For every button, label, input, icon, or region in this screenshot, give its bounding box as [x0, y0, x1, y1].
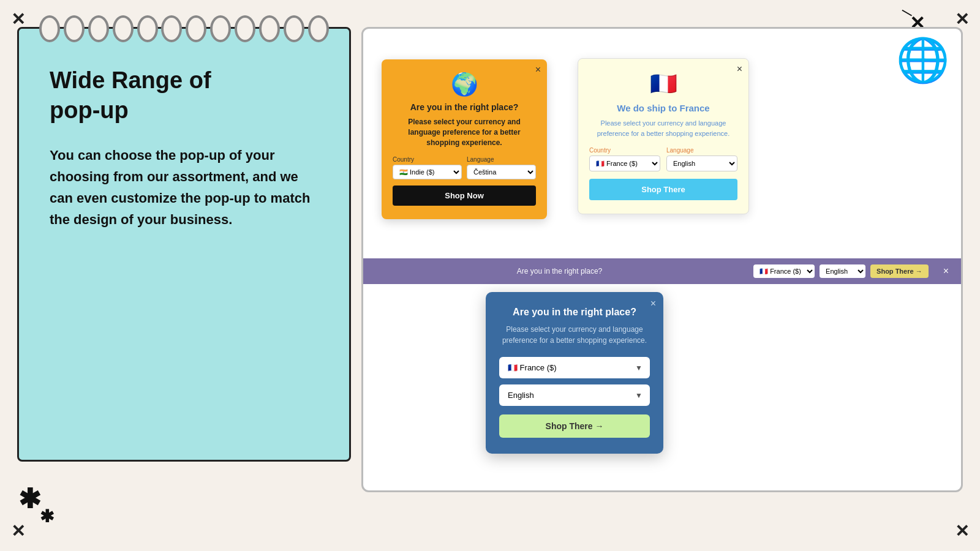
banner-language-select[interactable]: English Français: [820, 264, 865, 278]
popup-blue-language-select[interactable]: English Français Čeština: [499, 384, 650, 406]
popup-cream-title: We do ship to France: [589, 103, 737, 113]
ring-3: [88, 15, 109, 42]
notepad-panel: Wide Range of pop-up You can choose the …: [17, 27, 351, 462]
asterisk-decoration-bl2: ✱: [40, 506, 54, 527]
popup-blue-subtitle: Please select your currency and language…: [499, 324, 650, 346]
popup-cream-close[interactable]: ×: [737, 64, 742, 75]
popup-cream-language-select[interactable]: English Français Čeština: [666, 156, 737, 171]
ring-5: [137, 15, 158, 42]
popup-orange-country-label: Country: [393, 156, 462, 163]
popup-blue-country-select[interactable]: 🇫🇷 France ($) 🇺🇸 USD ($) 🇮🇳 India ($): [499, 357, 650, 378]
asterisk-decoration-bl: ✱: [18, 483, 41, 514]
banner-country-select[interactable]: 🇫🇷 France ($) 🇺🇸 USD ($): [753, 264, 815, 278]
popup-orange-language-group: Language Čeština English Français: [467, 156, 536, 179]
popup-cream-subtitle: Please select your currency and language…: [589, 118, 737, 138]
popup-cream-language-group: Language English Français Čeština: [666, 147, 737, 171]
popup-blue-country-wrapper: 🇫🇷 France ($) 🇺🇸 USD ($) 🇮🇳 India ($) ▼: [499, 357, 650, 378]
ring-4: [113, 15, 134, 42]
popup-orange-country-group: Country 🇮🇳 Indie ($) 🇫🇷 France ($) 🇺🇸 US…: [393, 156, 462, 179]
ring-9: [235, 15, 255, 42]
spiral-rings: [19, 15, 349, 42]
popup-cream-language-label: Language: [666, 147, 737, 154]
popup-orange-language-label: Language: [467, 156, 536, 163]
popup-orange-language-select[interactable]: Čeština English Français: [467, 165, 536, 179]
popup-cream-flag: 🇫🇷: [589, 71, 737, 97]
ring-7: [186, 15, 206, 42]
main-panel: 🌐 × 🌍 Are you in the right place? Please…: [361, 27, 963, 492]
banner-cta[interactable]: Shop There →: [870, 264, 929, 278]
banner-controls: 🇫🇷 France ($) 🇺🇸 USD ($) English Françai…: [753, 264, 929, 278]
popup-blue-title: Are you in the right place?: [499, 307, 650, 318]
popup-orange-title: Are you in the right place?: [393, 102, 536, 112]
globe-decoration: 🌐: [896, 39, 951, 94]
popup-blue-language-wrapper: English Français Čeština ▼: [499, 384, 650, 406]
corner-decoration-tr: ✕: [955, 11, 969, 28]
popup-orange: × 🌍 Are you in the right place? Please s…: [382, 59, 547, 219]
popup-blue: × Are you in the right place? Please sel…: [486, 292, 663, 454]
ring-2: [64, 15, 85, 42]
popup-orange-cta[interactable]: Shop Now: [393, 186, 536, 206]
popup-cream: × 🇫🇷 We do ship to France Please select …: [578, 58, 749, 214]
banner-purple: Are you in the right place? 🇫🇷 France ($…: [363, 258, 961, 284]
popup-orange-close[interactable]: ×: [535, 64, 541, 75]
ring-1: [39, 15, 60, 42]
notepad-title: Wide Range of pop-up: [50, 66, 325, 126]
banner-close[interactable]: ×: [943, 266, 949, 277]
popup-cream-country-select[interactable]: 🇫🇷 France ($) 🇮🇳 India ($) 🇺🇸 USD ($): [589, 156, 660, 171]
popup-orange-fields: Country 🇮🇳 Indie ($) 🇫🇷 France ($) 🇺🇸 US…: [393, 156, 536, 179]
ring-6: [161, 15, 182, 42]
popup-cream-country-label: Country: [589, 147, 660, 154]
popup-orange-globe: 🌍: [393, 72, 536, 97]
popup-orange-subtitle: Please select your currency and language…: [393, 117, 536, 148]
ring-10: [259, 15, 280, 42]
notepad-body: You can choose the pop-up of your choosi…: [50, 144, 325, 231]
corner-decoration-br: ✕: [955, 523, 969, 540]
ring-8: [210, 15, 231, 42]
popup-orange-country-select[interactable]: 🇮🇳 Indie ($) 🇫🇷 France ($) 🇺🇸 USD ($): [393, 165, 462, 179]
popup-cream-country-group: Country 🇫🇷 France ($) 🇮🇳 India ($) 🇺🇸 US…: [589, 147, 660, 171]
ring-11: [284, 15, 304, 42]
corner-decoration-bl: ✕: [11, 523, 25, 540]
ring-12: [308, 15, 329, 42]
popup-cream-fields: Country 🇫🇷 France ($) 🇮🇳 India ($) 🇺🇸 US…: [589, 147, 737, 171]
banner-text: Are you in the right place?: [375, 267, 744, 276]
popup-blue-cta[interactable]: Shop There →: [499, 414, 650, 438]
popup-cream-cta[interactable]: Shop There: [589, 179, 737, 200]
popup-blue-close[interactable]: ×: [650, 298, 656, 309]
